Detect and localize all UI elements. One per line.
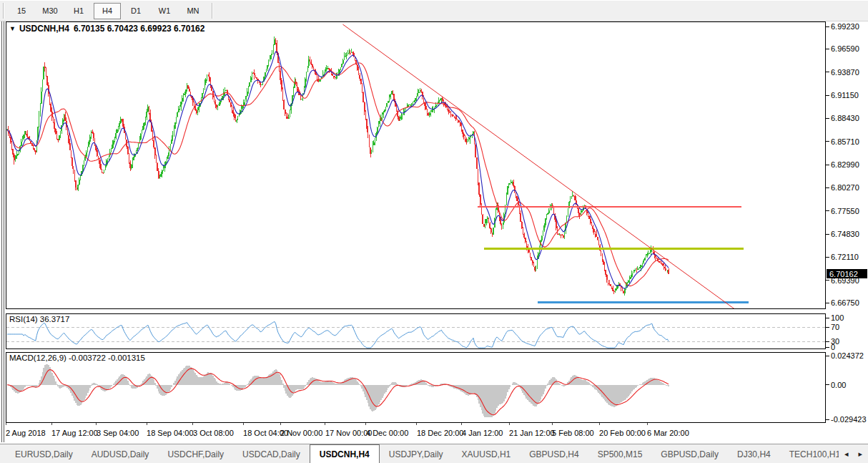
tab-usdcad-daily[interactable]: USDCAD,Daily (233, 444, 310, 463)
rsi-axis-label: 100 (831, 313, 844, 322)
symbol-dropdown-icon[interactable]: ▼ (9, 25, 16, 32)
tab-sp500-m15[interactable]: SP500,M15 (588, 444, 652, 463)
candle-body (469, 137, 470, 140)
candle-body (265, 72, 266, 77)
timeframe-button-mn[interactable]: MN (179, 3, 207, 19)
candle-body (255, 75, 257, 77)
candle-body (646, 254, 648, 255)
candle-body (603, 260, 604, 265)
candle-body (668, 270, 669, 274)
candle-body (46, 76, 48, 85)
tab-audusd-daily[interactable]: AUDUSD,Daily (82, 444, 159, 463)
candle-body (659, 261, 660, 263)
candle-body (214, 97, 215, 102)
tab-usdchf-daily[interactable]: USDCHF,Daily (158, 444, 233, 463)
chart-title: ▼USDCNH,H46.70135 6.70423 6.69923 6.7016… (9, 24, 204, 34)
candle-body (416, 96, 418, 98)
candle-body (440, 98, 442, 100)
candle-body (119, 123, 120, 127)
tab-gbpusd-daily[interactable]: GBPUSD,Daily (651, 444, 728, 463)
candle-body (570, 198, 571, 202)
candle-body (319, 80, 320, 82)
tab-scroll-left-icon[interactable]: ◂ (844, 449, 849, 459)
time-axis-label: 21 Jan 12:00 (509, 429, 555, 437)
price-axis-label: 6.88430 (831, 114, 859, 122)
candle-body (601, 250, 602, 255)
candle-body (642, 263, 643, 265)
candle-body (80, 176, 82, 180)
candle-body (156, 155, 157, 163)
candle-body (293, 88, 295, 95)
candle-body (369, 138, 370, 147)
candle-body (465, 139, 467, 142)
timeframe-button-h4[interactable]: H4 (94, 3, 121, 19)
tab-eurusd-daily[interactable]: EURUSD,Daily (6, 444, 82, 463)
candle-body (511, 182, 512, 183)
candle-body (492, 233, 493, 234)
tab-dj30-h4[interactable]: DJ30,H4 (728, 444, 780, 463)
tab-gbpusd-h4[interactable]: GBPUSD,H4 (520, 444, 588, 463)
timeframe-button-h1[interactable]: H1 (65, 3, 92, 19)
candle-body (427, 109, 428, 114)
tab-usdjpy-daily[interactable]: USDJPY,Daily (380, 444, 453, 463)
candle-body (57, 139, 59, 140)
candle-body (77, 185, 79, 190)
candle-body (203, 89, 204, 94)
timeframe-button-m30[interactable]: M30 (36, 3, 64, 19)
price-axis-label: 6.82990 (831, 160, 859, 169)
candle-body (328, 68, 330, 69)
candle-body (389, 97, 390, 101)
candle-body (543, 225, 545, 230)
candle-body (563, 235, 564, 238)
candle-body (117, 130, 118, 133)
timeframe-button-w1[interactable]: W1 (151, 3, 178, 19)
candle-body (100, 164, 102, 170)
candle-body (342, 60, 344, 64)
candle-body (300, 95, 302, 99)
candle-body (267, 65, 268, 69)
time-axis-label: 17 Nov 00:00 (325, 429, 372, 437)
candle-body (71, 157, 73, 165)
tab-xauusd-h1[interactable]: XAUUSD,H1 (453, 444, 521, 463)
candle-body (122, 119, 124, 126)
candle-body (234, 114, 235, 117)
candle-body (225, 90, 227, 91)
candle-body (597, 237, 598, 240)
rsi-indicator-label: RSI(14) 36.3717 (9, 315, 69, 323)
candle-body (379, 121, 380, 124)
candle-body (207, 74, 208, 79)
candle-body (129, 154, 130, 162)
time-axis-label: 4 Jan 12:00 (462, 429, 503, 437)
candle-body (340, 67, 342, 69)
candle-body (41, 92, 42, 104)
price-axis-label: 6.91150 (831, 91, 859, 99)
toolbar-groove (3, 3, 4, 19)
candle-body (147, 107, 149, 112)
candle-body (613, 291, 615, 293)
candle-body (99, 160, 100, 164)
candle-body (176, 117, 177, 122)
candle-body (266, 69, 267, 72)
candle-body (545, 218, 546, 225)
candle-body (550, 208, 551, 210)
timeframe-button-d1[interactable]: D1 (122, 3, 149, 19)
tab-scroll-right-icon[interactable]: ▸ (858, 449, 862, 459)
tab-usdcnh-h4[interactable]: USDCNH,H4 (310, 444, 380, 463)
candle-body (64, 114, 66, 121)
candle-body (97, 150, 98, 156)
timeframe-button-15[interactable]: 15 (8, 3, 35, 19)
chart-canvas[interactable]: 6.992306.965906.938706.911506.884306.857… (0, 0, 868, 463)
candle-body (77, 187, 78, 190)
candle-body (571, 196, 573, 198)
candle-body (390, 94, 391, 97)
candle-body (553, 207, 555, 214)
candle-body (447, 107, 448, 110)
candle-body (140, 134, 142, 140)
candle-body (34, 148, 35, 150)
candle-body (508, 185, 510, 186)
candle-body (345, 56, 346, 57)
candle-body (393, 91, 394, 94)
candle-body (364, 102, 365, 112)
tab-tech100-h1[interactable]: TECH100,H1 (780, 444, 839, 463)
time-axis-label: 4 Dec 00:00 (366, 429, 408, 437)
